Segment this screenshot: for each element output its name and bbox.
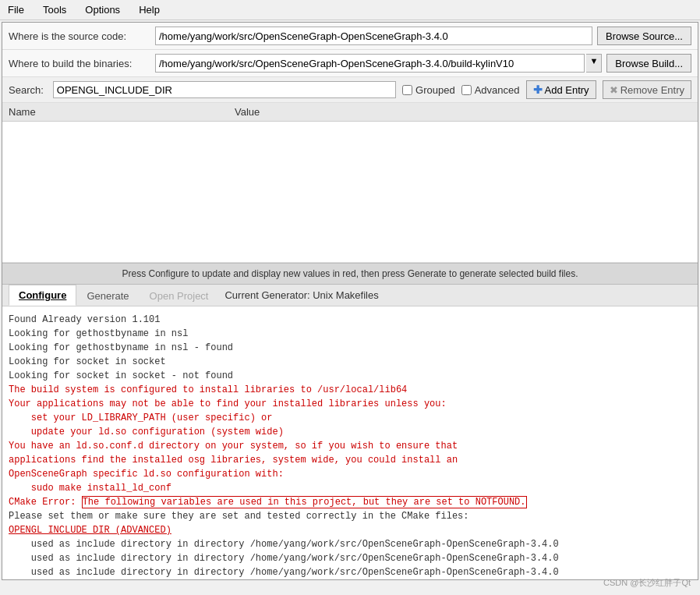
status-bar: Press Configure to update and display ne…: [2, 263, 698, 285]
log-line: OPENGL_INCLUDE_DIR (ADVANCED): [9, 523, 691, 537]
log-line: Found Already version 1.101: [9, 313, 691, 327]
table-header: Name Value: [2, 103, 698, 122]
browse-build-button[interactable]: Browse Build...: [606, 54, 691, 73]
log-line: Looking for socket in socket - not found: [9, 369, 691, 383]
menu-help[interactable]: Help: [136, 2, 163, 17]
browse-source-button[interactable]: Browse Source...: [597, 27, 691, 45]
source-row: Where is the source code: Browse Source.…: [2, 23, 698, 50]
log-line: Please set them or make sure they are se…: [9, 509, 691, 523]
status-text: Press Configure to update and display ne…: [122, 268, 578, 279]
log-error-boxed: The following variables are used in this…: [82, 496, 527, 508]
watermark: CSDN @长沙红胖子Qt: [603, 577, 691, 589]
build-dropdown-arrow[interactable]: ▼: [586, 54, 602, 73]
log-line: Looking for gethostbyname in nsl - found: [9, 341, 691, 355]
build-row: Where to build the binaries: ▼ Browse Bu…: [2, 50, 698, 77]
table-area: Name Value: [2, 103, 698, 263]
log-area[interactable]: Found Already version 1.101Looking for g…: [2, 306, 698, 579]
tab-configure[interactable]: Configure: [9, 285, 76, 306]
log-line: used as include directory in directory /…: [9, 551, 691, 565]
table-body: [2, 122, 698, 262]
build-input[interactable]: [155, 54, 585, 73]
log-line: Looking for gethostbyname in nsl: [9, 327, 691, 341]
tab-generate[interactable]: Generate: [76, 285, 139, 306]
main-container: Where is the source code: Browse Source.…: [2, 22, 698, 580]
remove-entry-label: Remove Entry: [620, 84, 684, 96]
menubar: File Tools Options Help: [0, 0, 700, 20]
log-line: sudo make install_ld_conf: [9, 481, 691, 495]
tabs-bar: Configure Generate Open Project Current …: [2, 285, 698, 306]
log-line: You have an ld.so.conf.d directory on yo…: [9, 439, 691, 453]
search-label: Search:: [9, 84, 44, 96]
menu-file[interactable]: File: [5, 2, 27, 17]
log-line: used as include directory in directory /…: [9, 537, 691, 551]
table-col-name: Name: [9, 106, 235, 118]
log-line: Your applications may not be able to fin…: [9, 397, 691, 411]
grouped-label: Grouped: [415, 84, 455, 96]
add-entry-label: Add Entry: [545, 84, 589, 96]
log-line: The build system is configured to instal…: [9, 383, 691, 397]
log-line: CMake Error: The following variables are…: [9, 495, 691, 509]
source-label: Where is the source code:: [9, 30, 149, 42]
tab-open-project: Open Project: [140, 285, 219, 306]
menu-tools[interactable]: Tools: [40, 2, 69, 17]
log-error-prefix: CMake Error:: [9, 497, 82, 508]
generator-info: Current Generator: Unix Makefiles: [224, 289, 378, 301]
search-input[interactable]: [53, 81, 396, 98]
grouped-checkbox-group: Grouped: [402, 84, 455, 96]
table-col-value: Value: [235, 106, 691, 118]
log-line: applications find the installed osg libr…: [9, 453, 691, 467]
x-icon: ✖: [610, 84, 618, 96]
advanced-checkbox[interactable]: [461, 85, 472, 95]
add-entry-button[interactable]: ✚ Add Entry: [526, 80, 596, 99]
advanced-label: Advanced: [475, 84, 520, 96]
build-label: Where to build the binaries:: [9, 58, 149, 69]
grouped-checkbox[interactable]: [402, 85, 412, 95]
remove-entry-button[interactable]: ✖ Remove Entry: [603, 80, 691, 99]
advanced-checkbox-group: Advanced: [461, 84, 520, 96]
log-line: set your LD_LIBRARY_PATH (user specific)…: [9, 411, 691, 425]
plus-icon: ✚: [533, 83, 543, 96]
log-line: OpenSceneGraph specific ld.so configurat…: [9, 467, 691, 481]
log-line: update your ld.so configuration (system …: [9, 425, 691, 439]
menu-options[interactable]: Options: [82, 2, 123, 17]
log-line: used as include directory in directory /…: [9, 565, 691, 579]
search-row: Search: Grouped Advanced ✚ Add Entry ✖ R…: [2, 77, 698, 103]
source-input[interactable]: [155, 27, 592, 45]
log-line: Looking for socket in socket: [9, 355, 691, 369]
